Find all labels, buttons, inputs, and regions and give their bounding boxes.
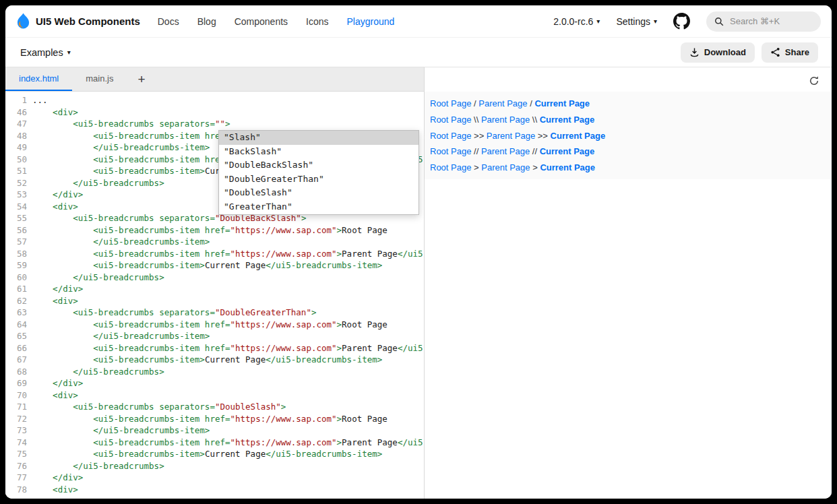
download-button[interactable]: Download (681, 42, 755, 63)
code-line[interactable]: 78 <div> (5, 484, 424, 496)
breadcrumb-link-root[interactable]: Root Page (430, 131, 471, 141)
code-line[interactable]: 46 <div> (5, 106, 424, 119)
code-line[interactable]: 47 <ui5-breadcrumbs separators=""> (5, 118, 424, 130)
autocomplete-option[interactable]: "DoubleSlash" (219, 186, 418, 200)
code-line[interactable]: 61 </div> (5, 283, 424, 295)
code-line[interactable]: 69 </div> (5, 377, 424, 389)
code-line[interactable]: 65 </ui5-breadcrumbs-item> (5, 330, 424, 342)
breadcrumb-link-root[interactable]: Root Page (430, 98, 471, 108)
autocomplete-option[interactable]: "GreaterThan" (219, 200, 418, 214)
code-line[interactable]: 73 </ui5-breadcrumbs-item> (5, 424, 424, 437)
code-line[interactable]: 1... (5, 94, 424, 106)
line-number: 56 (5, 224, 32, 237)
line-number: 54 (5, 201, 32, 213)
code-line[interactable]: 57 </ui5-breadcrumbs-item> (5, 236, 424, 248)
search-box[interactable] (706, 11, 821, 32)
line-number: 52 (5, 177, 32, 189)
breadcrumb-link-parent[interactable]: Parent Page (481, 162, 530, 172)
download-label: Download (704, 47, 746, 57)
breadcrumb-link-parent[interactable]: Parent Page (487, 131, 535, 141)
code-text: <div> (32, 201, 78, 213)
line-number: 61 (5, 283, 32, 295)
code-editor[interactable]: 1...46 <div>47 <ui5-breadcrumbs separato… (5, 92, 424, 499)
examples-menu[interactable]: Examples ▾ (20, 47, 71, 58)
code-line[interactable]: 75 <ui5-breadcrumbs-item>Current Page</u… (5, 448, 424, 460)
nav-link-blog[interactable]: Blog (197, 16, 216, 27)
line-number: 77 (5, 472, 32, 484)
code-text: <ui5-breadcrumbs-item>Current Page</ui5-… (32, 259, 382, 272)
line-number: 72 (5, 413, 32, 425)
plus-icon: + (137, 72, 145, 87)
code-line[interactable]: 74 <ui5-breadcrumbs-item href="https://w… (5, 437, 424, 449)
brand[interactable]: UI5 Web Components (16, 13, 140, 30)
code-text: <div> (32, 484, 78, 496)
code-line[interactable]: 59 <ui5-breadcrumbs-item>Current Page</u… (5, 259, 424, 272)
breadcrumbs-preview: Root Page / Parent Page / Current PageRo… (425, 92, 832, 179)
breadcrumb-separator: \\ (471, 115, 480, 125)
code-text: </ui5-breadcrumbs> (32, 177, 164, 189)
breadcrumb-separator: // (471, 146, 480, 156)
nav-link-components[interactable]: Components (235, 16, 288, 27)
editor-tabbar: index.htmlmain.js + (5, 67, 424, 92)
new-file-button[interactable]: + (127, 67, 156, 91)
line-number: 59 (5, 259, 32, 272)
code-text: </ui5-breadcrumbs-item> (32, 236, 210, 248)
chevron-down-icon: ▾ (654, 18, 657, 25)
code-line[interactable]: 67 <ui5-breadcrumbs-item>Current Page</u… (5, 354, 424, 366)
breadcrumb-link-parent[interactable]: Parent Page (481, 115, 530, 125)
code-line[interactable]: 63 <ui5-breadcrumbs separators="DoubleGr… (5, 307, 424, 319)
code-line[interactable]: 66 <ui5-breadcrumbs-item href="https://w… (5, 342, 424, 354)
line-number: 51 (5, 165, 32, 177)
github-icon[interactable] (673, 13, 690, 30)
version-select[interactable]: 2.0.0-rc.6 ▾ (553, 16, 600, 27)
code-line[interactable]: 68 </ui5-breadcrumbs> (5, 366, 424, 378)
code-text: <ui5-breadcrumbs-item>Current Page</ui5-… (32, 448, 382, 460)
editor-pane: index.htmlmain.js + 1...46 <div>47 <ui5-… (5, 67, 425, 499)
breadcrumb-current: Current Page (551, 131, 606, 141)
tab-index-html[interactable]: index.html (5, 67, 72, 91)
nav-link-playground[interactable]: Playground (347, 16, 395, 27)
code-line[interactable]: 62 <div> (5, 295, 424, 307)
line-number: 74 (5, 437, 32, 449)
breadcrumb-separator: \\ (530, 115, 539, 125)
autocomplete-option[interactable]: "DoubleBackSlash" (219, 158, 418, 172)
code-line[interactable]: 72 <ui5-breadcrumbs-item href="https://w… (5, 413, 424, 425)
line-number: 60 (5, 272, 32, 284)
breadcrumb-link-parent[interactable]: Parent Page (481, 146, 530, 156)
code-text: <ui5-breadcrumbs-item href="https://www.… (32, 413, 388, 425)
settings-menu[interactable]: Settings ▾ (616, 16, 657, 27)
share-button[interactable]: Share (762, 42, 818, 63)
nav-links: DocsBlogComponentsIconsPlayground (158, 16, 395, 27)
app-window: UI5 Web Components DocsBlogComponentsIco… (5, 5, 832, 499)
breadcrumb-separator: >> (471, 131, 486, 141)
breadcrumb-link-parent[interactable]: Parent Page (478, 98, 527, 108)
code-line[interactable]: 56 <ui5-breadcrumbs-item href="https://w… (5, 224, 424, 237)
autocomplete-option[interactable]: "BackSlash" (219, 145, 418, 159)
code-line[interactable]: 71 <ui5-breadcrumbs separators="DoubleSl… (5, 401, 424, 413)
breadcrumb-separator: / (471, 98, 478, 108)
code-line[interactable]: 70 <div> (5, 389, 424, 402)
download-icon (689, 47, 700, 57)
code-text: </div> (32, 283, 83, 295)
tab-main-js[interactable]: main.js (72, 67, 127, 91)
nav-link-docs[interactable]: Docs (158, 16, 179, 27)
code-line[interactable]: 77 </div> (5, 472, 424, 484)
settings-label: Settings (616, 16, 650, 27)
chevron-down-icon: ▾ (596, 18, 600, 25)
autocomplete-option[interactable]: "Slash" (219, 131, 418, 145)
breadcrumb-link-root[interactable]: Root Page (430, 115, 471, 125)
breadcrumb-current: Current Page (540, 162, 595, 172)
breadcrumb-row: Root Page >> Parent Page >> Current Page (430, 127, 832, 144)
breadcrumb-link-root[interactable]: Root Page (430, 146, 471, 156)
breadcrumb-link-root[interactable]: Root Page (430, 162, 471, 172)
refresh-button[interactable] (807, 74, 821, 88)
nav-link-icons[interactable]: Icons (306, 16, 328, 27)
code-text: </ui5-breadcrumbs-item> (32, 141, 210, 154)
code-line[interactable]: 64 <ui5-breadcrumbs-item href="https://w… (5, 319, 424, 331)
autocomplete-option[interactable]: "DoubleGreaterThan" (219, 172, 418, 187)
search-input[interactable] (728, 15, 809, 27)
code-line[interactable]: 60 </ui5-breadcrumbs> (5, 272, 424, 284)
code-line[interactable]: 76 </ui5-breadcrumbs> (5, 460, 424, 472)
line-number: 71 (5, 401, 32, 413)
code-line[interactable]: 58 <ui5-breadcrumbs-item href="https://w… (5, 248, 424, 260)
